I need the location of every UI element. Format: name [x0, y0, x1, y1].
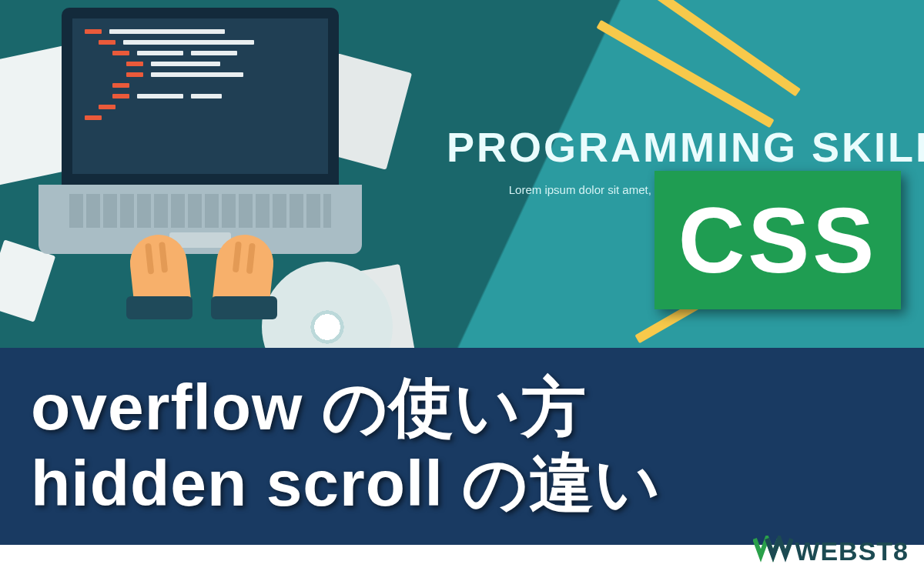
css-badge-label: CSS	[678, 187, 878, 293]
cuff-icon	[211, 296, 277, 319]
laptop-base	[38, 185, 362, 254]
logo-mark-icon	[753, 536, 793, 566]
laptop-screen	[72, 18, 328, 174]
logo-text: WEBST8	[795, 536, 909, 566]
css-badge: CSS	[654, 171, 901, 309]
title-band: overflow の使い方 hidden scroll の違い	[0, 348, 924, 548]
pencil-icon	[631, 0, 801, 96]
pencil-icon	[596, 20, 774, 128]
laptop-lid	[62, 8, 339, 185]
keyboard-icon	[69, 194, 331, 228]
hero-title: PROGRAMMING SKILLS	[447, 123, 924, 171]
band-line-1: overflow の使い方	[31, 369, 893, 446]
hero-banner: PROGRAMMING SKILLS Lorem ipsum dolor sit…	[0, 0, 924, 571]
band-line-2: hidden scroll の違い	[31, 446, 893, 522]
brand-logo: WEBST8	[753, 536, 909, 566]
cuff-icon	[126, 296, 192, 319]
laptop-illustration	[38, 8, 362, 285]
